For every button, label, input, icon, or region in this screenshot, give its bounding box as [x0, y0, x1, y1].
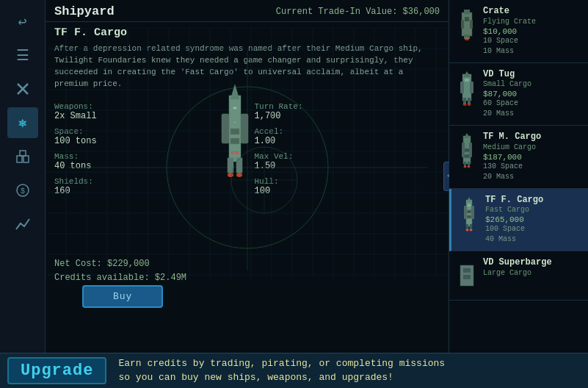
page-title: Shipyard [54, 4, 115, 18]
crate-sprite [457, 6, 477, 43]
svg-rect-24 [464, 10, 470, 14]
svg-point-38 [468, 103, 471, 106]
svg-rect-16 [231, 138, 239, 144]
svg-marker-50 [467, 197, 471, 202]
svg-point-48 [468, 166, 471, 168]
sidebar: ↩ ☰ ⎈ $ [0, 0, 46, 353]
svg-rect-13 [233, 107, 237, 109]
svg-rect-52 [471, 206, 474, 219]
crate-info: Crate Flying Crate $10,000 10 Space 10 M… [483, 6, 581, 57]
ship-sprite: STS [206, 73, 264, 191]
svg-rect-44 [464, 154, 470, 158]
svg-point-17 [228, 173, 233, 177]
svg-rect-53 [467, 210, 471, 213]
svg-rect-36 [465, 79, 469, 82]
svg-rect-14 [233, 121, 237, 123]
svg-point-58 [470, 229, 473, 231]
svg-rect-12 [241, 114, 248, 143]
svg-rect-35 [470, 82, 473, 93]
svg-text:STS: STS [231, 151, 239, 156]
ship-card-vd-superbarge[interactable]: VD Superbarge Large Cargo [449, 251, 588, 301]
svg-rect-33 [468, 98, 471, 104]
sidebar-icon-nav[interactable]: ☰ [7, 40, 38, 71]
svg-rect-11 [222, 114, 229, 143]
svg-rect-2 [17, 156, 22, 162]
ship-card-tf-f-cargo[interactable]: TF F. Cargo Fast Cargo $265,000 100 Spac… [449, 189, 588, 252]
vd-superbarge-sprite [457, 257, 477, 294]
header: Shipyard Current Trade-In Value: $36,000 [46, 0, 449, 22]
net-cost: Net Cost: $229,000 [54, 257, 186, 271]
ship-svg: STS [213, 81, 257, 184]
svg-point-47 [464, 166, 467, 168]
sidebar-icon-cargo[interactable] [7, 141, 38, 172]
sidebar-icon-tools[interactable] [7, 73, 38, 104]
svg-marker-8 [231, 85, 239, 99]
cost-area: Net Cost: $229,000 Credits available: $2… [46, 257, 195, 285]
sidebar-icon-credits[interactable]: $ [7, 175, 38, 206]
svg-rect-61 [463, 268, 471, 273]
svg-rect-15 [231, 129, 239, 134]
svg-point-18 [236, 173, 242, 177]
svg-rect-27 [470, 20, 473, 29]
svg-rect-59 [468, 204, 471, 206]
ship-card-vd-tug[interactable]: VD Tug Small Cargo $87,000 60 Space 20 M… [449, 63, 588, 126]
svg-point-57 [466, 229, 469, 231]
svg-text:$: $ [20, 187, 24, 195]
credits-available: Credits available: $2.49M [54, 271, 186, 285]
tf-m-cargo-info: TF M. Cargo Medium Cargo $187,000 130 Sp… [483, 132, 581, 182]
svg-rect-28 [465, 17, 469, 21]
svg-rect-4 [20, 151, 26, 156]
upgrade-bar: Upgrade Earn credits by trading, piratin… [0, 353, 588, 388]
svg-rect-32 [463, 98, 466, 104]
svg-rect-62 [463, 275, 471, 279]
ship-card-tf-m-cargo[interactable]: TF M. Cargo Medium Cargo $187,000 130 Sp… [449, 126, 588, 189]
svg-rect-34 [460, 82, 464, 93]
ship-list-panel: Crate Flying Crate $10,000 10 Space 10 M… [449, 0, 588, 353]
svg-rect-10 [236, 158, 242, 173]
sidebar-icon-back[interactable]: ↩ [7, 6, 38, 37]
svg-marker-40 [464, 133, 470, 138]
sidebar-icon-stats[interactable] [7, 209, 38, 240]
tf-m-cargo-sprite [457, 132, 477, 168]
svg-rect-3 [23, 156, 29, 162]
vd-tug-sprite [457, 69, 477, 106]
sidebar-icon-helm[interactable]: ⎈ [7, 107, 38, 138]
upgrade-label[interactable]: Upgrade [7, 357, 106, 384]
vd-tug-info: VD Tug Small Cargo $87,000 60 Space 20 M… [483, 69, 581, 120]
svg-point-37 [463, 103, 467, 106]
trade-in-value: Current Trade-In Value: $36,000 [276, 7, 440, 17]
buy-button[interactable]: Buy [82, 285, 163, 308]
svg-rect-51 [464, 206, 467, 219]
tf-f-cargo-info: TF F. Cargo Fast Cargo $265,000 100 Spac… [485, 195, 581, 245]
svg-rect-26 [461, 20, 464, 29]
svg-rect-9 [228, 158, 233, 173]
svg-point-29 [465, 37, 469, 40]
ship-card-crate[interactable]: Crate Flying Crate $10,000 10 Space 10 M… [449, 0, 588, 63]
vd-superbarge-info: VD Superbarge Large Cargo [483, 257, 581, 279]
svg-rect-43 [464, 148, 470, 152]
upgrade-text: Earn credits by trading, pirating, or co… [118, 357, 445, 384]
tf-f-cargo-sprite [459, 195, 479, 231]
svg-rect-54 [467, 215, 471, 218]
